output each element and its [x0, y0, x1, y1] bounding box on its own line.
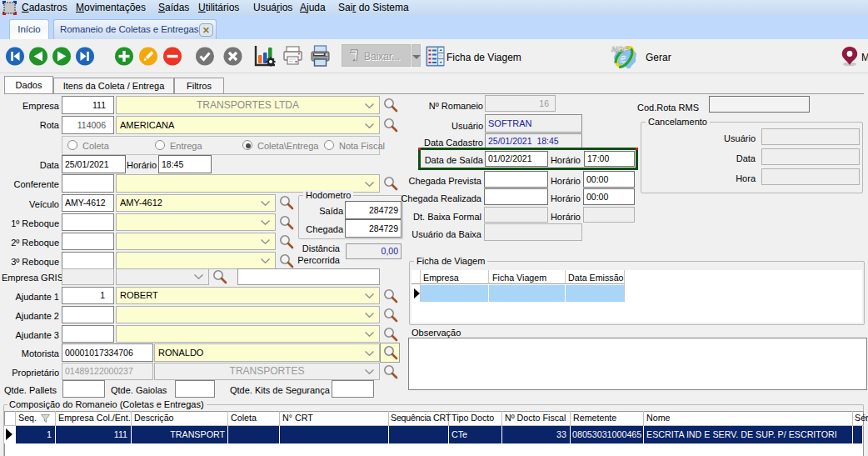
svg-text:e: e: [620, 50, 626, 66]
